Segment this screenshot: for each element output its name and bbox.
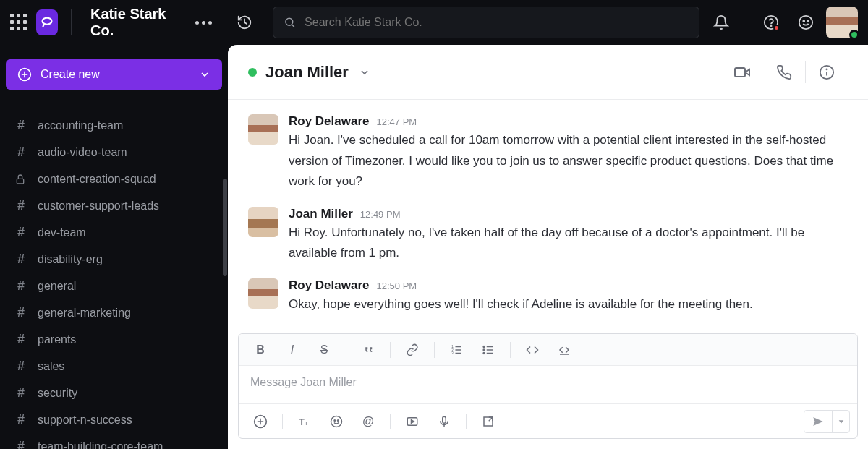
help-notification-dot (773, 25, 780, 31)
sidebar-channel-disability-erg[interactable]: #disability-erg (0, 246, 228, 273)
message-time: 12:47 PM (377, 116, 417, 127)
unordered-list-button[interactable] (474, 338, 503, 362)
message-author[interactable]: Roy Delaware (289, 114, 370, 129)
divider (390, 342, 391, 358)
brand-logo[interactable] (36, 9, 58, 35)
video-message-button[interactable] (398, 409, 427, 434)
create-new-button[interactable]: Create new (6, 59, 222, 90)
italic-button[interactable]: I (278, 338, 307, 362)
svg-point-6 (807, 20, 809, 22)
message-input[interactable] (250, 376, 846, 389)
divider (346, 342, 346, 358)
bold-button[interactable]: B (246, 338, 275, 362)
ordered-list-button[interactable]: 123 (442, 338, 471, 362)
hash-icon: # (14, 385, 27, 401)
svg-point-4 (799, 16, 812, 29)
search-box[interactable] (273, 7, 699, 38)
svg-marker-43 (838, 420, 843, 423)
hash-icon: # (14, 118, 27, 133)
sidebar-channel-customer-support-leads[interactable]: #customer-support-leads (0, 192, 228, 219)
chat-title-menu[interactable] (359, 67, 370, 78)
hash-icon: # (14, 252, 27, 267)
user-avatar[interactable] (826, 7, 858, 38)
apps-menu[interactable] (10, 14, 27, 31)
lock-icon (14, 174, 27, 185)
composer-actions: TT @ (239, 403, 857, 438)
divider (0, 103, 228, 103)
audio-call-icon[interactable] (763, 58, 805, 87)
divider (510, 342, 511, 358)
sidebar-channel-audio-video-team[interactable]: #audio-video-team (0, 139, 228, 166)
codeblock-button[interactable] (550, 338, 579, 362)
info-icon[interactable] (806, 58, 848, 87)
code-button[interactable] (518, 338, 547, 362)
notifications-icon[interactable] (707, 8, 736, 37)
sidebar-channel-support-n-success[interactable]: #support-n-success (0, 406, 228, 433)
link-button[interactable] (398, 338, 427, 362)
svg-text:T: T (305, 419, 308, 426)
message-author[interactable]: Joan Miller (289, 207, 353, 221)
hash-icon: # (14, 198, 27, 213)
emoji-reaction-icon[interactable] (791, 8, 820, 37)
divider (466, 414, 467, 429)
message-text: Hi Roy. Unfortunately no, I've taken hal… (289, 223, 848, 264)
message-avatar[interactable] (248, 207, 278, 237)
hash-icon: # (14, 278, 27, 294)
message-text: Okay, hope everything goes well! I'll ch… (289, 294, 848, 315)
svg-point-25 (483, 346, 485, 347)
sidebar-channel-general[interactable]: #general (0, 273, 228, 299)
text-format-button[interactable]: TT (290, 409, 319, 434)
workspace-menu[interactable] (195, 21, 212, 25)
sidebar-channel-dev-team[interactable]: #dev-team (0, 219, 228, 246)
sidebar-channel-security[interactable]: #security (0, 380, 228, 406)
mention-button[interactable]: @ (354, 409, 383, 434)
topbar-left: Katie Stark Co. (10, 6, 252, 39)
message: Joan Miller12:49 PMHi Roy. Unfortunately… (248, 207, 848, 264)
svg-rect-11 (735, 68, 745, 77)
svg-point-26 (483, 349, 485, 351)
help-icon[interactable] (757, 8, 786, 37)
sidebar-channel-content-creation-squad[interactable]: content-creation-squad (0, 166, 228, 192)
quote-button[interactable] (354, 338, 383, 362)
chat-panel: Joan Miller Roy Delaware12:47 PMHi Joan.… (228, 45, 868, 449)
sidebar-channel-general-marketing[interactable]: #general-marketing (0, 299, 228, 326)
workspace-name[interactable]: Katie Stark Co. (90, 6, 176, 39)
search-input[interactable] (305, 16, 689, 29)
message-author[interactable]: Roy Delaware (289, 278, 370, 293)
message-avatar[interactable] (248, 114, 278, 145)
channel-label: disability-erg (38, 253, 103, 266)
channel-label: customer-support-leads (38, 200, 159, 213)
sidebar-channel-accounting-team[interactable]: #accounting-team (0, 112, 228, 139)
send-button[interactable] (804, 411, 832, 432)
scrollbar-thumb[interactable] (223, 179, 227, 276)
channel-label: security (38, 387, 77, 400)
chat-actions (721, 58, 848, 87)
emoji-button[interactable] (322, 409, 351, 434)
audio-message-button[interactable] (430, 409, 459, 434)
svg-point-3 (770, 25, 771, 26)
hash-icon: # (14, 145, 27, 160)
strikethrough-button[interactable]: S (310, 338, 339, 362)
message-avatar[interactable] (248, 278, 278, 309)
svg-point-0 (286, 18, 293, 25)
sidebar: Create new #accounting-team#audio-video-… (0, 45, 228, 449)
channel-label: general-marketing (38, 307, 131, 320)
hash-icon: # (14, 439, 27, 449)
channel-label: accounting-team (38, 119, 123, 132)
sidebar-channel-team-building-core-team[interactable]: #team-building-core-team (0, 433, 228, 449)
sidebar-channel-parents[interactable]: #parents (0, 326, 228, 353)
add-attachment-button[interactable] (246, 409, 275, 434)
presence-indicator (849, 30, 859, 40)
svg-marker-38 (412, 419, 414, 423)
channel-label: parents (38, 333, 76, 346)
expand-button[interactable] (474, 409, 503, 434)
channel-label: team-building-core-team (38, 440, 163, 450)
history-icon[interactable] (237, 14, 252, 31)
video-call-icon[interactable] (721, 58, 763, 87)
sidebar-channel-sales[interactable]: #sales (0, 353, 228, 380)
send-options-button[interactable] (832, 411, 849, 432)
hash-icon: # (14, 225, 27, 240)
chat-title[interactable]: Joan Miller (265, 63, 349, 82)
composer-input-area[interactable] (239, 366, 857, 403)
message-time: 12:50 PM (377, 281, 417, 291)
